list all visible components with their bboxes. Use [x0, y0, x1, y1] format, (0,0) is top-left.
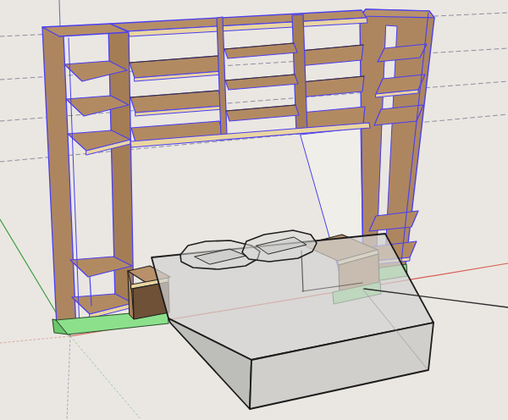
wall-unit-bridge: [110, 10, 370, 147]
green-axis-negative: [70, 336, 141, 420]
blue-axis-negative: [67, 336, 70, 420]
center-column-shelf-1[interactable]: [224, 43, 297, 58]
modeling-viewport[interactable]: [0, 0, 508, 420]
left-tower-left-panel[interactable]: [42, 27, 76, 331]
scene-svg[interactable]: [0, 0, 508, 420]
center-column-shelf-2[interactable]: [225, 75, 298, 90]
right-tower-top-face[interactable]: [360, 9, 434, 18]
red-axis-negative: [0, 336, 70, 343]
center-column-left-panel[interactable]: [217, 17, 227, 136]
